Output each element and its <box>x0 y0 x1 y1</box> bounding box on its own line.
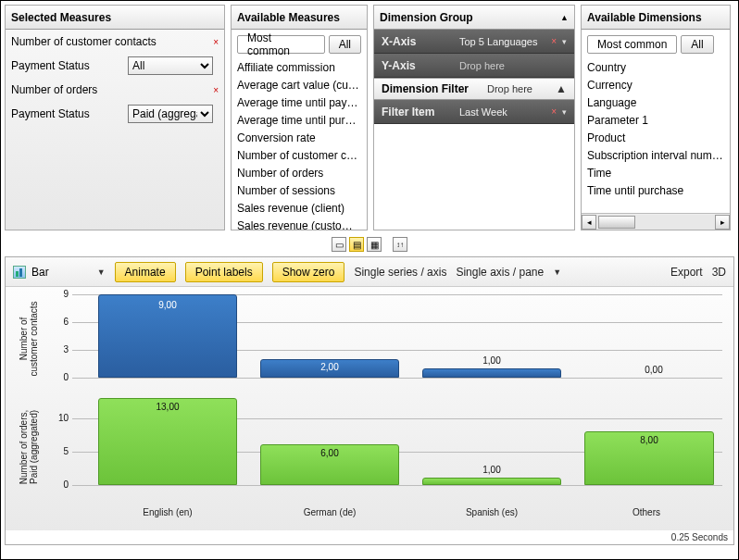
3d-button[interactable]: 3D <box>712 266 726 279</box>
list-item[interactable]: Country <box>587 59 724 77</box>
most-common-tab[interactable]: Most common <box>237 35 325 54</box>
x-category: Others <box>572 507 720 517</box>
chart-panel: Bar ▼ Animate Point labels Show zero Sin… <box>5 256 734 545</box>
list-item[interactable]: Subscription interval numbe <box>587 147 724 165</box>
view-mode-4[interactable]: ↕↑ <box>393 237 407 252</box>
x-axis-row[interactable]: X-Axis Top 5 Languages × ▾ <box>374 30 574 54</box>
plot-contacts: Number ofcustomer contacts 9 6 3 0 9,00 … <box>6 292 733 389</box>
list-item[interactable]: Time until purchase <box>587 182 724 200</box>
list-item[interactable]: Average time until purc… <box>237 112 361 130</box>
collapse-icon[interactable]: ▲ <box>556 78 567 100</box>
available-measures-list: Affiliate commission Average cart value … <box>232 59 367 230</box>
list-item[interactable]: Language <box>587 94 724 112</box>
bar <box>422 368 561 378</box>
h-scrollbar[interactable]: ◂ ▸ <box>582 213 730 230</box>
available-dimensions-panel: Available Dimensions Most common All Cou… <box>581 5 731 230</box>
dimension-group-panel: Dimension Group▲ X-Axis Top 5 Languages … <box>373 5 575 230</box>
list-item[interactable]: Affiliate commission <box>237 59 361 77</box>
list-item[interactable]: Number of orders <box>237 165 361 182</box>
chevron-down-icon[interactable]: ▼ <box>553 268 561 277</box>
single-series-label[interactable]: Single series / axis <box>354 266 446 279</box>
y-axis-row[interactable]: Y-Axis Drop here <box>374 54 574 78</box>
all-tab[interactable]: All <box>329 35 361 54</box>
chart-type-select[interactable]: Bar ▼ <box>13 266 106 279</box>
bar-chart-icon <box>13 266 26 279</box>
selected-measure-row: Number of customer contacts × <box>6 30 224 54</box>
chart-toolbar: Bar ▼ Animate Point labels Show zero Sin… <box>6 257 733 287</box>
available-dimensions-list: Country Currency Language Parameter 1 Pr… <box>582 59 730 213</box>
list-item[interactable]: Currency <box>587 77 724 94</box>
payment-status-select-2[interactable]: Paid (aggrega <box>128 105 213 123</box>
filter-item-row[interactable]: Filter Item Last Week × ▾ <box>374 100 574 124</box>
view-mode-2[interactable]: ▤ <box>349 237 364 252</box>
remove-filter-icon[interactable]: × <box>551 106 557 117</box>
list-item[interactable]: Average time until pay… <box>237 94 361 112</box>
list-item[interactable]: Number of sessions <box>237 182 361 200</box>
collapse-icon[interactable]: ▲ <box>560 6 569 30</box>
view-mode-1[interactable]: ▭ <box>332 237 346 252</box>
single-axis-label[interactable]: Single axis / pane <box>456 266 544 279</box>
scroll-thumb[interactable] <box>598 216 635 229</box>
payment-status-select-1[interactable]: All <box>128 56 213 75</box>
selected-measure-filter-row: Payment Status Paid (aggrega <box>6 102 224 126</box>
available-dimensions-header: Available Dimensions <box>582 6 730 30</box>
list-item[interactable]: Parameter 1 <box>587 112 724 130</box>
list-item[interactable]: Conversion rate <box>237 130 361 147</box>
list-item[interactable]: Sales revenue (customer) <box>237 218 361 230</box>
list-item[interactable]: Time <box>587 165 724 182</box>
list-item[interactable]: Average cart value (cus… <box>237 77 361 94</box>
view-mode-row: ▭ ▤ ▦ ↕↑ <box>1 236 738 253</box>
scroll-left-icon[interactable]: ◂ <box>582 215 596 230</box>
available-measures-panel: Available Measures Most common All Affil… <box>231 5 368 230</box>
all-tab[interactable]: All <box>681 35 713 54</box>
list-item[interactable]: Number of customer c… <box>237 147 361 165</box>
selected-measures-header: Selected Measures <box>6 6 224 30</box>
scroll-right-icon[interactable]: ▸ <box>715 215 730 230</box>
dimension-filter-header: Dimension FilterDrop here ▲ <box>374 78 574 100</box>
remove-x-axis-icon[interactable]: × <box>551 36 557 46</box>
list-item[interactable]: Product <box>587 130 724 147</box>
dimension-group-header: Dimension Group▲ <box>374 6 574 30</box>
selected-measures-panel: Selected Measures Number of customer con… <box>5 5 225 230</box>
y-axis-title-1: Number ofcustomer contacts <box>19 292 39 385</box>
chevron-down-icon: ▼ <box>97 268 106 277</box>
view-mode-3[interactable]: ▦ <box>367 237 382 252</box>
selected-measure-row: Number of orders × <box>6 78 224 102</box>
export-button[interactable]: Export <box>670 266 703 279</box>
x-category: German (de) <box>256 507 404 517</box>
show-zero-button[interactable]: Show zero <box>272 262 345 282</box>
remove-measure-icon[interactable]: × <box>213 85 219 95</box>
x-category: Spanish (es) <box>418 507 566 517</box>
animate-button[interactable]: Animate <box>115 262 176 282</box>
point-labels-button[interactable]: Point labels <box>185 262 263 282</box>
bar <box>422 478 561 485</box>
y-axis-title-2: Number of orders,Paid (aggregated) <box>19 396 39 498</box>
available-measures-header: Available Measures <box>232 6 367 30</box>
most-common-tab[interactable]: Most common <box>587 35 677 54</box>
selected-measure-filter-row: Payment Status All <box>6 54 224 78</box>
list-item[interactable]: Sales revenue (client) <box>237 200 361 218</box>
plot-orders: Number of orders,Paid (aggregated) 10 5 … <box>6 396 733 507</box>
render-time: 0.25 Seconds <box>6 530 733 544</box>
x-category: English (en) <box>94 507 242 517</box>
remove-measure-icon[interactable]: × <box>213 37 219 47</box>
